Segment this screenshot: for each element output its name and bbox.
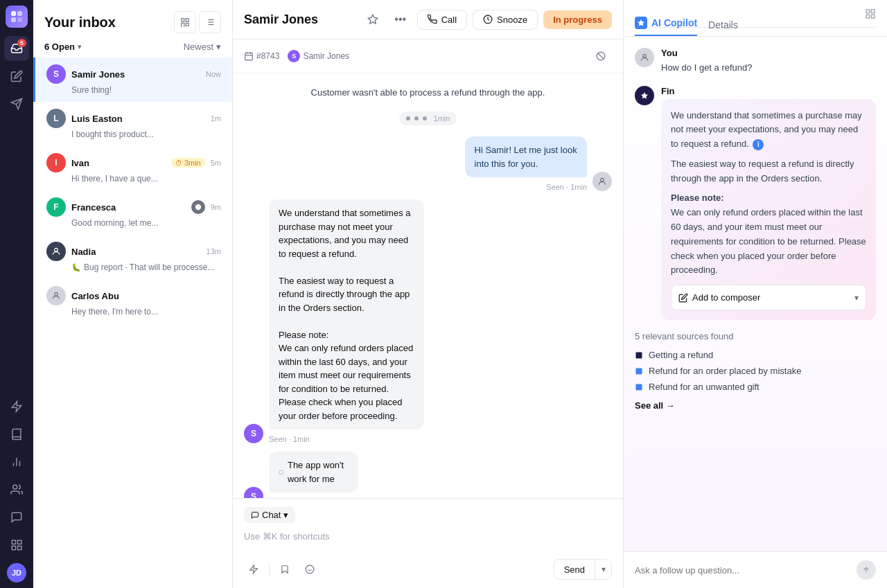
conv-time-samir: Now: [206, 70, 221, 78]
send-chevron-btn[interactable]: ▾: [595, 560, 611, 579]
conv-name-francesca: Francesca: [71, 202, 186, 213]
star-btn[interactable]: [362, 8, 384, 30]
svg-rect-12: [18, 540, 21, 544]
svg-rect-37: [279, 470, 283, 474]
conv-time-nadia: 13m: [207, 247, 221, 256]
composer-tabs: Chat ▾: [244, 507, 612, 523]
source-item-2[interactable]: Refund for an order placed by mistake: [635, 363, 876, 379]
conversation-item-luis[interactable]: L Luis Easton 1m I bought this product..…: [33, 102, 232, 146]
svg-point-10: [13, 485, 17, 489]
call-btn[interactable]: Call: [417, 10, 467, 30]
chat-header-actions: ••• Call Snooze In progress: [362, 8, 612, 30]
composer-input[interactable]: Use ⌘K for shortcuts: [244, 528, 612, 553]
copilot-tab-details[interactable]: Details: [708, 19, 738, 36]
flash-action-btn[interactable]: [244, 560, 263, 579]
nav-users[interactable]: [4, 477, 29, 502]
svg-rect-18: [186, 23, 188, 26]
conv-time-francesca: 9m: [211, 203, 221, 211]
svg-marker-28: [368, 15, 377, 24]
svg-marker-6: [12, 402, 21, 412]
source-item-3[interactable]: Refund for an unwanted gift: [635, 379, 876, 395]
see-all-btn[interactable]: See all →: [635, 400, 876, 411]
conv-avatar-francesca: F: [46, 197, 66, 217]
sort-filter[interactable]: Newest ▾: [184, 42, 221, 52]
ai-icon: [635, 17, 647, 29]
svg-marker-40: [250, 565, 258, 573]
nav-compose[interactable]: [4, 64, 29, 89]
chat-subheader: #8743 S Samir Jones: [233, 39, 623, 73]
conversation-list: S Samir Jones Now Sure thing! L Luis Eas…: [33, 57, 232, 588]
list-view-btn[interactable]: [199, 11, 221, 33]
app-logo: [6, 6, 28, 28]
user-avatar[interactable]: JD: [7, 563, 26, 582]
copilot-ask-bar: [624, 551, 887, 588]
inbox-title: Your inbox: [44, 15, 116, 30]
layout-toggle-btn[interactable]: [174, 11, 196, 33]
inbox-header: Your inbox: [33, 0, 232, 39]
svg-rect-14: [12, 546, 15, 550]
svg-line-35: [598, 53, 604, 59]
composer-tab-chat[interactable]: Chat ▾: [244, 507, 295, 523]
copilot-user-sender: You: [661, 48, 876, 58]
unsubscribe-btn[interactable]: [590, 45, 612, 67]
copilot-expand-btn[interactable]: [865, 8, 876, 27]
copilot-user-avatar: [635, 48, 654, 67]
svg-point-36: [601, 178, 604, 181]
nav-flash[interactable]: [4, 394, 29, 419]
conv-preview-francesca: Good morning, let me...: [46, 218, 221, 228]
open-filter[interactable]: 6 Open ▾: [44, 42, 81, 52]
more-btn[interactable]: •••: [389, 8, 412, 30]
conv-avatar-samir: S: [46, 64, 66, 84]
conversation-item-nadia[interactable]: Nadia 13m 🐛Bug report · That will be pro…: [33, 235, 232, 279]
conv-preview-samir: Sure thing!: [46, 85, 221, 95]
chat-composer: Chat ▾ Use ⌘K for shortcuts Send ▾: [233, 498, 623, 588]
nav-grid[interactable]: [4, 533, 29, 558]
assignee-avatar: S: [288, 50, 300, 62]
ask-send-btn[interactable]: [857, 560, 876, 580]
sources-title: 5 relevant sources found: [635, 331, 876, 341]
status-btn[interactable]: In progress: [543, 10, 612, 29]
nav-book[interactable]: [4, 422, 29, 447]
svg-rect-30: [245, 53, 253, 60]
conversation-item-samir[interactable]: S Samir Jones Now Sure thing!: [33, 57, 232, 102]
conv-name-luis: Luis Easton: [71, 114, 205, 124]
nav-chart[interactable]: [4, 449, 29, 474]
emoji-action-btn[interactable]: [300, 560, 319, 579]
copilot-user-text: How do I get a refund?: [661, 61, 876, 75]
svg-rect-50: [636, 368, 642, 374]
conv-name-ivan: Ivan: [71, 158, 163, 168]
ivan-timer-badge: ⏱ 3min: [171, 158, 205, 168]
conversation-item-ivan[interactable]: I Ivan ⏱ 3min 5m Hi there, I have a que.…: [33, 146, 232, 190]
copilot-panel: AI Copilot Details You How do I get a re…: [624, 0, 887, 588]
conversation-item-carlos[interactable]: Carlos Abu Hey there, I'm here to...: [33, 279, 232, 323]
info-dot-1: i: [753, 139, 764, 150]
nav-inbox[interactable]: 5: [4, 36, 29, 61]
nav-send[interactable]: [4, 91, 29, 116]
svg-rect-49: [636, 352, 642, 358]
send-btn[interactable]: Send: [554, 560, 595, 579]
conv-avatar-carlos: [46, 286, 66, 305]
copilot-tab-active[interactable]: AI Copilot: [635, 17, 697, 36]
bookmark-action-btn[interactable]: [275, 560, 295, 579]
svg-rect-0: [11, 11, 16, 16]
ask-input[interactable]: [635, 565, 851, 576]
ticket-badge: #8743: [244, 51, 279, 61]
svg-rect-45: [871, 10, 875, 13]
add-to-composer-btn[interactable]: Add to composer ▾: [671, 285, 866, 310]
message-row-2: S We understand that sometimes a purchas…: [244, 199, 612, 443]
message-row-1: Hi Samir! Let me just look into this for…: [244, 136, 612, 191]
source-item-1[interactable]: Getting a refund: [635, 347, 876, 363]
conv-time-luis: 1m: [211, 114, 221, 123]
snooze-btn[interactable]: Snooze: [473, 10, 538, 30]
svg-rect-3: [17, 17, 22, 22]
assignee-badge[interactable]: S Samir Jones: [288, 50, 349, 62]
nav-chat[interactable]: [4, 505, 29, 530]
sources-section: 5 relevant sources found Getting a refun…: [635, 331, 876, 411]
chat-description: Customer wasn't able to process a refund…: [244, 84, 612, 100]
conversation-item-francesca[interactable]: F Francesca 9m Good morning, let me...: [33, 190, 232, 235]
copilot-user-msg: You How do I get a refund?: [635, 48, 876, 75]
time-divider: 1min: [244, 112, 612, 125]
conv-time-ivan: 5m: [211, 159, 221, 167]
message-bubble-3: The app won't work for me: [269, 452, 358, 492]
inbox-controls: 6 Open ▾ Newest ▾: [33, 39, 232, 57]
